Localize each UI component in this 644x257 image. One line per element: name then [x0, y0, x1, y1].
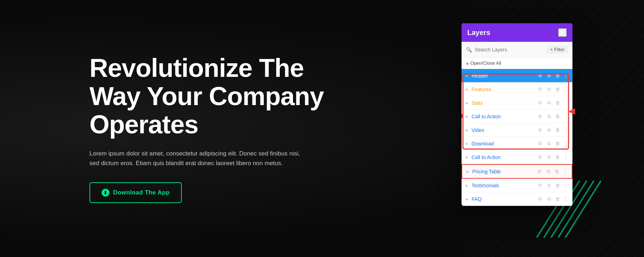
- layer-actions-features: ⚙ ⧉ 🗑 ⋮: [537, 86, 568, 93]
- open-close-all-toggle[interactable]: Open/Close All: [462, 58, 572, 69]
- layer-toggle-icon: ▶: [466, 101, 469, 105]
- layer-name-pricing-table: Pricing Table: [472, 169, 534, 174]
- delete-icon[interactable]: 🗑: [554, 140, 561, 147]
- copy-icon[interactable]: ⧉: [546, 73, 552, 79]
- delete-icon[interactable]: 🗑: [554, 113, 561, 120]
- layer-name-video: Video: [472, 127, 535, 133]
- layer-name-download: Download: [472, 141, 535, 147]
- layer-actions-pricing-table: ⚙ ⧉ 🗑 ⋮: [536, 168, 567, 175]
- settings-icon[interactable]: ⚙: [536, 168, 543, 175]
- more-icon[interactable]: ⋮: [563, 196, 568, 202]
- layer-actions-cta1: ⚙ ⧉ 🗑 ⋮: [537, 113, 568, 120]
- settings-icon[interactable]: ⚙: [537, 127, 543, 133]
- layer-actions-stats: ⚙ ⧉ 🗑 ⋮: [537, 99, 568, 106]
- layers-panel-title: Layers: [467, 29, 491, 37]
- layer-toggle-icon: ▶: [466, 88, 469, 91]
- download-button[interactable]: ⬇ Download The App: [89, 182, 182, 203]
- layer-name-features: Features: [472, 87, 535, 92]
- copy-icon[interactable]: ⧉: [546, 100, 552, 106]
- layer-item-video[interactable]: ▶ Video ⚙ ⧉ 🗑 ⋮: [462, 123, 572, 137]
- layer-toggle-icon: ▶: [466, 115, 469, 118]
- filter-button[interactable]: + Filter: [547, 45, 568, 54]
- layer-item-faq[interactable]: ▶ FAQ ⚙ ⧉ 🗑 ⋮: [462, 192, 572, 206]
- delete-icon[interactable]: 🗑: [554, 154, 561, 160]
- copy-icon[interactable]: ⧉: [546, 154, 552, 160]
- more-icon[interactable]: ⋮: [563, 99, 568, 106]
- layer-actions-cta2: ⚙ ⧉ 🗑 ⋮: [537, 154, 568, 160]
- hero-text-block: Revolutionize The Way Your Company Opera…: [89, 54, 333, 203]
- settings-icon[interactable]: ⚙: [537, 196, 543, 202]
- layer-actions-video: ⚙ ⧉ 🗑 ⋮: [537, 127, 568, 133]
- layer-toggle-icon: ▶: [467, 170, 470, 173]
- layer-item-cta1[interactable]: ▶ Call to Action ⚙ ⧉ 🗑 ⋮: [462, 110, 572, 123]
- settings-icon[interactable]: ⚙: [537, 154, 543, 160]
- settings-icon[interactable]: ⚙: [537, 73, 543, 79]
- more-icon[interactable]: ⋮: [563, 113, 568, 120]
- layer-item-stats[interactable]: ▶ Stats ⚙ ⧉ 🗑 ⋮: [462, 96, 572, 110]
- layer-actions-header: ⚙ ⧉ 🗑 ⋮: [537, 72, 568, 79]
- settings-icon[interactable]: ⚙: [537, 182, 543, 189]
- layer-item-pricing-table[interactable]: ▶ Pricing Table ⚙ ⧉ 🗑 ⋮: [462, 164, 572, 179]
- copy-icon[interactable]: ⧉: [546, 196, 552, 202]
- settings-icon[interactable]: ⚙: [537, 100, 543, 106]
- more-icon[interactable]: ⋮: [563, 127, 568, 133]
- layers-header: Layers ×: [462, 23, 572, 42]
- more-icon[interactable]: ⋮: [562, 168, 567, 175]
- copy-icon[interactable]: ⧉: [546, 113, 552, 120]
- delete-icon[interactable]: 🗑: [554, 196, 561, 202]
- layer-item-testimonials[interactable]: ▶ Testimonials ⚙ ⧉ 🗑 ⋮: [462, 179, 572, 192]
- more-icon[interactable]: ⋮: [563, 182, 568, 189]
- settings-icon[interactable]: ⚙: [537, 113, 543, 120]
- layer-item-header[interactable]: ▶ Header ⚙ ⧉ 🗑 ⋮: [462, 69, 572, 83]
- layer-actions-testimonials: ⚙ ⧉ 🗑 ⋮: [537, 182, 568, 189]
- layer-toggle-icon: ▶: [466, 184, 469, 187]
- copy-icon[interactable]: ⧉: [546, 86, 552, 93]
- layers-panel: Layers × 🔍 + Filter Open/Close All ▶ Hea…: [462, 23, 572, 206]
- delete-icon[interactable]: 🗑: [554, 73, 561, 79]
- copy-icon[interactable]: ⧉: [546, 182, 552, 189]
- layer-toggle-icon: ▶: [466, 74, 469, 78]
- layer-name-cta1: Call to Action: [472, 114, 535, 119]
- more-icon[interactable]: ⋮: [563, 86, 568, 93]
- layer-toggle-icon: ▶: [466, 142, 469, 145]
- delete-icon[interactable]: 🗑: [554, 86, 561, 93]
- delete-icon[interactable]: 🗑: [554, 182, 561, 189]
- download-button-label: Download The App: [113, 189, 170, 196]
- more-icon[interactable]: ⋮: [563, 72, 568, 79]
- layer-item-features[interactable]: ▶ Features ⚙ ⧉ 🗑 ⋮: [462, 83, 572, 96]
- settings-icon[interactable]: ⚙: [537, 140, 543, 147]
- layer-name-testimonials: Testimonials: [472, 183, 535, 188]
- copy-icon[interactable]: ⧉: [546, 140, 552, 147]
- hero-description: Lorem ipsum dolor sit amet, consectetur …: [89, 149, 304, 168]
- search-input[interactable]: [475, 47, 544, 53]
- layer-name-header: Header: [472, 73, 535, 79]
- settings-icon[interactable]: ⚙: [537, 86, 543, 93]
- layer-actions-faq: ⚙ ⧉ 🗑 ⋮: [537, 196, 568, 202]
- layer-name-stats: Stats: [472, 100, 535, 106]
- layer-item-download[interactable]: ▶ Download ⚙ ⧉ 🗑 ⋮: [462, 137, 572, 150]
- layer-toggle-icon: ▶: [466, 155, 469, 159]
- delete-icon[interactable]: 🗑: [554, 127, 561, 133]
- download-icon: ⬇: [102, 189, 109, 197]
- layers-close-button[interactable]: ×: [558, 28, 567, 37]
- layers-search-bar: 🔍 + Filter: [462, 42, 572, 58]
- more-icon[interactable]: ⋮: [563, 154, 568, 160]
- layer-name-cta2: Call to Action: [472, 154, 535, 160]
- layer-toggle-icon: ▶: [466, 197, 469, 201]
- layer-name-faq: FAQ: [472, 196, 535, 202]
- copy-icon[interactable]: ⧉: [545, 168, 551, 175]
- layer-toggle-icon: ▶: [466, 128, 469, 132]
- more-icon[interactable]: ⋮: [563, 140, 568, 147]
- layers-list: ▶ Header ⚙ ⧉ 🗑 ⋮ ▶ Features ⚙ ⧉ 🗑 ⋮ ▶ St…: [462, 69, 572, 206]
- delete-icon[interactable]: 🗑: [553, 168, 560, 175]
- layer-item-cta2[interactable]: ▶ Call to Action ⚙ ⧉ 🗑 ⋮: [462, 150, 572, 164]
- search-icon: 🔍: [466, 47, 472, 53]
- copy-icon[interactable]: ⧉: [546, 127, 552, 133]
- hero-title: Revolutionize The Way Your Company Opera…: [89, 54, 333, 139]
- layer-actions-download: ⚙ ⧉ 🗑 ⋮: [537, 140, 568, 147]
- delete-icon[interactable]: 🗑: [554, 100, 561, 106]
